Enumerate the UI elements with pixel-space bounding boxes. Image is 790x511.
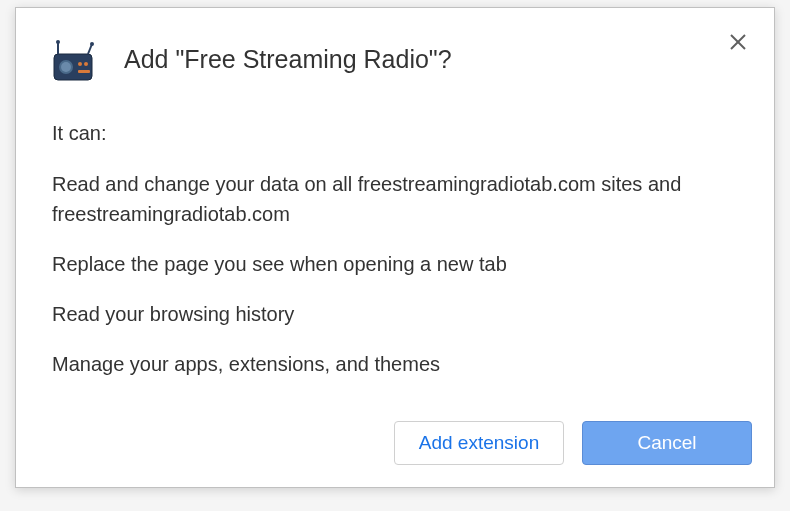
- close-icon: [729, 33, 747, 51]
- add-extension-button[interactable]: Add extension: [394, 421, 564, 465]
- dialog-title: Add "Free Streaming Radio"?: [124, 38, 452, 76]
- permission-item: Read your browsing history: [52, 299, 738, 329]
- dialog-header: Add "Free Streaming Radio"?: [16, 8, 774, 84]
- close-button[interactable]: [726, 30, 750, 54]
- dialog-body: It can: Read and change your data on all…: [16, 84, 774, 409]
- extension-icon: [52, 40, 96, 84]
- svg-rect-6: [78, 70, 90, 73]
- permission-item: Read and change your data on all freestr…: [52, 169, 738, 229]
- permission-item: Manage your apps, extensions, and themes: [52, 349, 738, 379]
- permissions-intro: It can:: [52, 122, 738, 145]
- dialog-footer: Add extension Cancel: [16, 409, 774, 487]
- svg-point-4: [78, 62, 82, 66]
- svg-point-8: [56, 40, 60, 44]
- permission-item: Replace the page you see when opening a …: [52, 249, 738, 279]
- svg-point-10: [90, 42, 94, 46]
- svg-point-5: [84, 62, 88, 66]
- svg-point-3: [61, 62, 71, 72]
- cancel-button[interactable]: Cancel: [582, 421, 752, 465]
- extension-install-dialog: Add "Free Streaming Radio"? It can: Read…: [15, 7, 775, 488]
